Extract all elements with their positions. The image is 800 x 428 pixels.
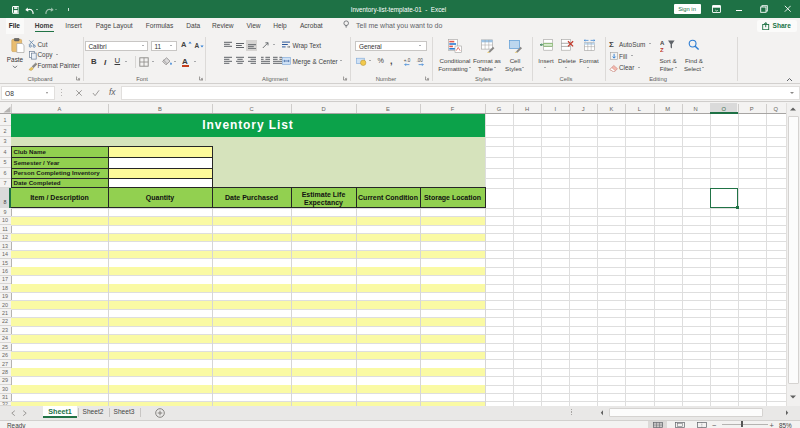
svg-text:A: A	[660, 39, 665, 45]
svg-text:Z: Z	[660, 47, 664, 53]
